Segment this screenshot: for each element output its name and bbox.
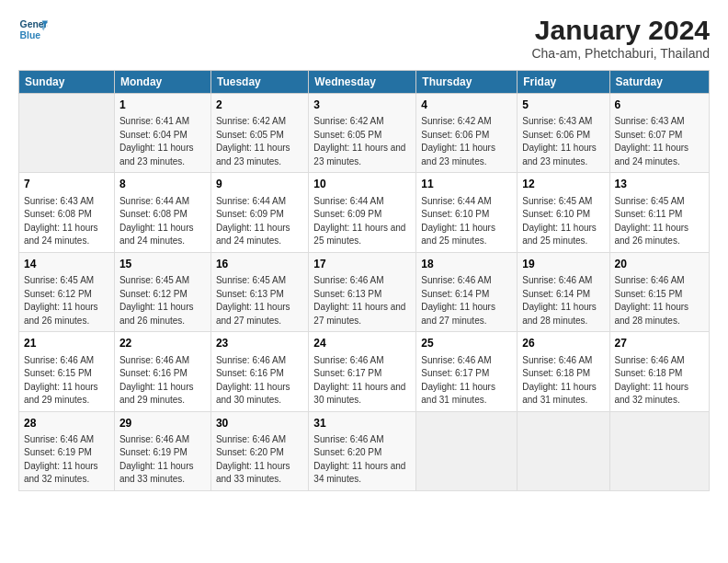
table-row (609, 411, 710, 490)
day-number: 7 (24, 177, 109, 192)
day-number: 17 (313, 257, 411, 272)
table-row: 26Sunrise: 6:46 AMSunset: 6:18 PMDayligh… (518, 332, 609, 411)
day-number: 30 (216, 416, 303, 431)
table-row: 3Sunrise: 6:42 AMSunset: 6:05 PMDaylight… (309, 94, 416, 173)
day-number: 9 (216, 177, 303, 192)
cell-info: Sunrise: 6:45 AMSunset: 6:10 PMDaylight:… (522, 195, 604, 248)
cell-info: Sunrise: 6:45 AMSunset: 6:12 PMDaylight:… (24, 274, 109, 327)
table-row: 14Sunrise: 6:45 AMSunset: 6:12 PMDayligh… (19, 252, 115, 331)
cell-info: Sunrise: 6:42 AMSunset: 6:05 PMDaylight:… (313, 115, 411, 168)
cell-info: Sunrise: 6:46 AMSunset: 6:18 PMDaylight:… (522, 354, 604, 408)
day-number: 11 (421, 177, 512, 192)
calendar-table: Sunday Monday Tuesday Wednesday Thursday… (18, 70, 710, 491)
day-number: 18 (421, 257, 512, 272)
day-number: 14 (24, 257, 109, 272)
table-row: 15Sunrise: 6:45 AMSunset: 6:12 PMDayligh… (114, 252, 210, 331)
table-row: 2Sunrise: 6:42 AMSunset: 6:05 PMDaylight… (210, 94, 308, 173)
col-wednesday: Wednesday (309, 71, 416, 94)
day-number: 15 (119, 257, 206, 272)
table-row: 23Sunrise: 6:46 AMSunset: 6:16 PMDayligh… (210, 332, 308, 411)
cell-info: Sunrise: 6:43 AMSunset: 6:08 PMDaylight:… (24, 195, 109, 248)
day-number: 8 (119, 177, 206, 192)
cell-info: Sunrise: 6:45 AMSunset: 6:11 PMDaylight:… (615, 195, 705, 248)
table-row: 6Sunrise: 6:43 AMSunset: 6:07 PMDaylight… (609, 94, 710, 173)
day-number: 25 (421, 336, 512, 351)
cell-info: Sunrise: 6:46 AMSunset: 6:15 PMDaylight:… (24, 354, 109, 408)
cell-info: Sunrise: 6:46 AMSunset: 6:17 PMDaylight:… (421, 354, 512, 408)
cell-info: Sunrise: 6:45 AMSunset: 6:12 PMDaylight:… (119, 274, 206, 327)
table-row: 19Sunrise: 6:46 AMSunset: 6:14 PMDayligh… (518, 252, 609, 331)
table-row: 4Sunrise: 6:42 AMSunset: 6:06 PMDaylight… (416, 94, 518, 173)
col-thursday: Thursday (416, 71, 518, 94)
day-number: 4 (421, 98, 512, 113)
day-number: 24 (313, 336, 411, 351)
day-number: 10 (313, 177, 411, 192)
day-number: 21 (24, 336, 109, 351)
cell-info: Sunrise: 6:46 AMSunset: 6:17 PMDaylight:… (313, 354, 411, 408)
day-number: 29 (119, 416, 206, 431)
table-row: 25Sunrise: 6:46 AMSunset: 6:17 PMDayligh… (416, 332, 518, 411)
cell-info: Sunrise: 6:46 AMSunset: 6:20 PMDaylight:… (216, 433, 303, 487)
logo: General Blue (18, 15, 48, 44)
table-row: 24Sunrise: 6:46 AMSunset: 6:17 PMDayligh… (309, 332, 416, 411)
day-number: 13 (615, 177, 705, 192)
day-number: 22 (119, 336, 206, 351)
cell-info: Sunrise: 6:46 AMSunset: 6:14 PMDaylight:… (421, 274, 512, 327)
page: General Blue January 2024 Cha-am, Phetch… (0, 0, 728, 563)
table-row: 31Sunrise: 6:46 AMSunset: 6:20 PMDayligh… (309, 411, 416, 490)
cell-info: Sunrise: 6:43 AMSunset: 6:06 PMDaylight:… (522, 115, 604, 168)
day-number: 20 (615, 257, 705, 272)
day-number: 3 (313, 98, 411, 113)
cell-info: Sunrise: 6:44 AMSunset: 6:09 PMDaylight:… (313, 195, 411, 248)
subtitle: Cha-am, Phetchaburi, Thailand (531, 46, 710, 61)
cell-info: Sunrise: 6:46 AMSunset: 6:13 PMDaylight:… (313, 274, 411, 327)
table-row: 18Sunrise: 6:46 AMSunset: 6:14 PMDayligh… (416, 252, 518, 331)
table-row: 27Sunrise: 6:46 AMSunset: 6:18 PMDayligh… (609, 332, 710, 411)
col-sunday: Sunday (19, 71, 115, 94)
cell-info: Sunrise: 6:46 AMSunset: 6:14 PMDaylight:… (522, 274, 604, 327)
cell-info: Sunrise: 6:43 AMSunset: 6:07 PMDaylight:… (615, 115, 705, 168)
table-row: 9Sunrise: 6:44 AMSunset: 6:09 PMDaylight… (210, 173, 308, 252)
table-row: 21Sunrise: 6:46 AMSunset: 6:15 PMDayligh… (19, 332, 115, 411)
title-block: January 2024 Cha-am, Phetchaburi, Thaila… (531, 15, 710, 61)
cell-info: Sunrise: 6:46 AMSunset: 6:18 PMDaylight:… (615, 354, 705, 408)
table-row: 13Sunrise: 6:45 AMSunset: 6:11 PMDayligh… (609, 173, 710, 252)
col-friday: Friday (518, 71, 609, 94)
day-number: 27 (615, 336, 705, 351)
table-row: 12Sunrise: 6:45 AMSunset: 6:10 PMDayligh… (518, 173, 609, 252)
cell-info: Sunrise: 6:42 AMSunset: 6:05 PMDaylight:… (216, 115, 303, 168)
cell-info: Sunrise: 6:45 AMSunset: 6:13 PMDaylight:… (216, 274, 303, 327)
table-row: 1Sunrise: 6:41 AMSunset: 6:04 PMDaylight… (114, 94, 210, 173)
day-number: 19 (522, 257, 604, 272)
cell-info: Sunrise: 6:46 AMSunset: 6:20 PMDaylight:… (313, 433, 411, 487)
table-row: 5Sunrise: 6:43 AMSunset: 6:06 PMDaylight… (518, 94, 609, 173)
table-row (518, 411, 609, 490)
cell-info: Sunrise: 6:46 AMSunset: 6:19 PMDaylight:… (119, 433, 206, 487)
day-number: 26 (522, 336, 604, 351)
cell-info: Sunrise: 6:46 AMSunset: 6:19 PMDaylight:… (24, 433, 109, 487)
table-row: 8Sunrise: 6:44 AMSunset: 6:08 PMDaylight… (114, 173, 210, 252)
cell-info: Sunrise: 6:44 AMSunset: 6:10 PMDaylight:… (421, 195, 512, 248)
table-row: 10Sunrise: 6:44 AMSunset: 6:09 PMDayligh… (309, 173, 416, 252)
day-number: 23 (216, 336, 303, 351)
svg-text:Blue: Blue (20, 30, 41, 40)
table-row: 7Sunrise: 6:43 AMSunset: 6:08 PMDaylight… (19, 173, 115, 252)
col-tuesday: Tuesday (210, 71, 308, 94)
table-row: 30Sunrise: 6:46 AMSunset: 6:20 PMDayligh… (210, 411, 308, 490)
table-row: 20Sunrise: 6:46 AMSunset: 6:15 PMDayligh… (609, 252, 710, 331)
table-row: 28Sunrise: 6:46 AMSunset: 6:19 PMDayligh… (19, 411, 115, 490)
table-row: 11Sunrise: 6:44 AMSunset: 6:10 PMDayligh… (416, 173, 518, 252)
cell-info: Sunrise: 6:44 AMSunset: 6:08 PMDaylight:… (119, 195, 206, 248)
day-number: 16 (216, 257, 303, 272)
cell-info: Sunrise: 6:46 AMSunset: 6:15 PMDaylight:… (615, 274, 705, 327)
logo-icon: General Blue (18, 15, 48, 44)
main-title: January 2024 (531, 15, 710, 46)
table-row (19, 94, 115, 173)
day-number: 5 (522, 98, 604, 113)
table-row: 17Sunrise: 6:46 AMSunset: 6:13 PMDayligh… (309, 252, 416, 331)
cell-info: Sunrise: 6:44 AMSunset: 6:09 PMDaylight:… (216, 195, 303, 248)
header: General Blue January 2024 Cha-am, Phetch… (18, 15, 710, 61)
day-number: 1 (119, 98, 206, 113)
day-number: 6 (615, 98, 705, 113)
cell-info: Sunrise: 6:42 AMSunset: 6:06 PMDaylight:… (421, 115, 512, 168)
